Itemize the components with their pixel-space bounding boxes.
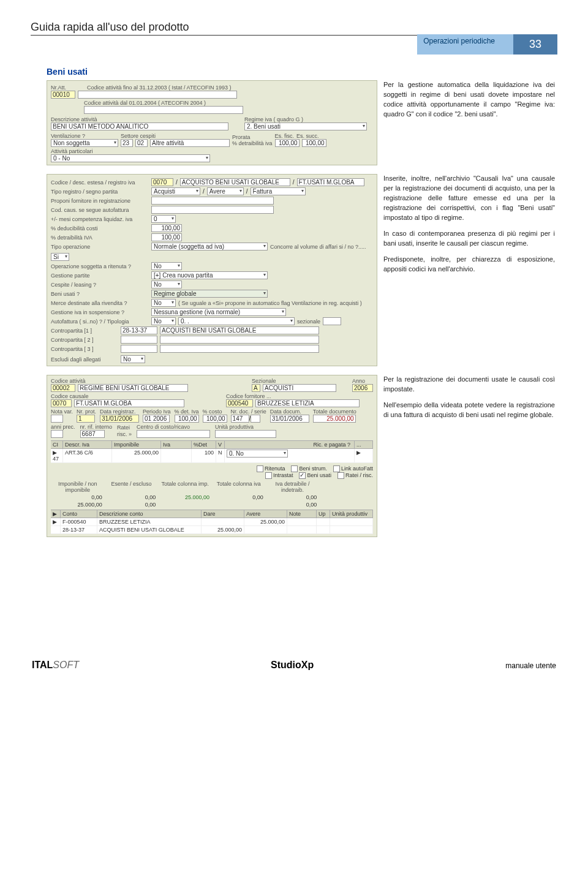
nota-value[interactable] [51, 415, 63, 423]
reg-codatt-code[interactable]: 00002 [51, 384, 75, 392]
deduc-value[interactable]: 100,00 [151, 224, 182, 232]
reg-codatt-desc[interactable]: REGIME BENI USATI GLOBALE [78, 384, 188, 392]
totdoc-value[interactable]: 25.000,00 [313, 415, 356, 423]
chk-intrastat[interactable] [265, 472, 272, 479]
concorre-select[interactable]: Si [51, 253, 69, 261]
reg-sez-desc[interactable]: ACQUISTI [263, 384, 336, 392]
tot-h5: Iva detraibile / indetraib. [266, 480, 320, 494]
conti-row-2[interactable]: 28-13-37 ACQUISTI BENI USATI GLOBALE 25.… [51, 526, 373, 534]
datadoc-lbl: Data docum. [270, 409, 309, 415]
tipo-op-select[interactable]: Normale (soggetta ad iva) [151, 243, 268, 250]
datareg-value[interactable]: 31/01/2006 [100, 415, 139, 423]
brand-bold: ITAL [32, 660, 53, 670]
ric-label: Ric. e pagata ? [225, 441, 355, 448]
panel-causale: Codice / desc. estesa / registro iva 007… [47, 174, 377, 366]
merce-select[interactable]: No [151, 299, 176, 307]
gest-part-select[interactable]: [+] Crea nuova partita [151, 271, 268, 279]
escludi-label: Escludi dagli allegati [51, 356, 118, 363]
detr-v1[interactable]: 100,00 [275, 139, 300, 147]
chk-beniusati[interactable] [299, 472, 306, 479]
sosp-select[interactable]: Nessuna gestione (iva normale) [151, 308, 286, 316]
causale-reg[interactable]: FT.USATI M.GLOBA [297, 178, 364, 186]
chk-ratei[interactable] [337, 472, 344, 479]
detiva-value[interactable]: 100,00 [151, 233, 182, 241]
reg-caus-desc[interactable]: FT.USATI M.GLOBA [74, 399, 184, 407]
proponi-value[interactable] [151, 197, 274, 205]
row-v: N [216, 449, 225, 462]
contro3-code[interactable] [121, 345, 157, 353]
contro3-label: Contropartita [ 3 ] [51, 346, 118, 352]
tot-h3: Totale colonna imp. [158, 480, 212, 494]
cr1-desc: BRUZZESE LETIZIA [97, 518, 202, 525]
nr-att-value[interactable]: 00010 [51, 91, 75, 99]
reg-sez-code[interactable]: A [252, 384, 260, 392]
unita-value[interactable] [215, 430, 276, 438]
merce-label: Merce destinate alla rivendita ? [51, 300, 149, 306]
ratei-lbl: Ratei [117, 424, 132, 431]
pcosto-value[interactable]: 100,00 [203, 415, 227, 423]
cod-att-1993-value[interactable] [78, 91, 237, 99]
reg-forn-code[interactable]: 000540 [226, 399, 253, 407]
nrdoc-value[interactable]: 147 [231, 415, 249, 423]
chk-linkauto[interactable] [333, 465, 340, 472]
contro1-desc[interactable]: ACQUISTI BENI USATI GLOBALE [160, 326, 319, 334]
pdetiva-value[interactable]: 100,00 [175, 415, 199, 423]
partita-select[interactable]: Fattura [251, 187, 306, 195]
chk-ritenuta[interactable] [257, 465, 263, 472]
riten-select[interactable]: No [151, 262, 182, 270]
escludi-select[interactable]: No [121, 355, 145, 363]
cod-caus-sf-value[interactable] [151, 206, 274, 214]
conti-row-1[interactable]: ▶ F-000540 BRUZZESE LETIZIA 25.000,00 [51, 518, 373, 526]
settore-code[interactable]: 23 [121, 139, 133, 147]
row-iva [161, 449, 192, 462]
iva-table-row[interactable]: ▶ 47 ART.36 C/6 25.000,00 100 N 0. No ▶ [51, 449, 373, 463]
gest-part-label: Gestione partite [51, 273, 149, 279]
sosp-label: Gestione iva in sospensione ? [51, 309, 149, 315]
contro1-code[interactable]: 28-13-37 [121, 326, 157, 334]
regime-select[interactable]: 2. Beni usati [244, 122, 367, 130]
cod-att-lbl: Codice attività [51, 378, 249, 384]
settore-desc[interactable]: Altre attività [150, 139, 230, 147]
nrrif-value[interactable]: 6687 [80, 430, 105, 438]
contro3-desc[interactable] [160, 345, 319, 353]
autofatt-select[interactable]: No [151, 317, 176, 325]
panel-attivita: Nr.Att. Codice attività fino al 31.12.20… [47, 80, 377, 165]
reg-anno-value[interactable]: 2006 [352, 384, 373, 392]
nrprot-value[interactable]: 1 [77, 415, 95, 423]
beniusati-select[interactable]: Regime globale [151, 290, 268, 298]
autofatt-label: Autofattura ( si..no) ? / Tipologia [51, 318, 149, 325]
mesi-select[interactable]: 0 [151, 215, 176, 223]
row-pdet: 100 [192, 449, 216, 462]
anni-value[interactable] [51, 430, 63, 438]
section-title: Beni usati [47, 67, 557, 77]
autofatt-tip-select[interactable]: 0. . [178, 317, 295, 325]
causale-code[interactable]: 0070 [151, 178, 173, 186]
cod-att-1993-label: Codice attività fino al 31.12.2003 ( Ist… [87, 85, 231, 91]
reg-forn-desc[interactable]: BRUZZESE LETIZIA [255, 399, 360, 407]
serie-value[interactable] [251, 415, 260, 423]
reg-caus-code[interactable]: 0070 [51, 399, 72, 407]
descr-value[interactable]: BENI USATI METODO ANALITICO [51, 122, 228, 130]
attpart-select[interactable]: 0 - No [51, 154, 210, 162]
datadoc-value[interactable]: 31/01/2006 [270, 415, 309, 423]
periodo-value[interactable]: 01 2006 [143, 415, 170, 423]
sezionale-value[interactable] [323, 317, 341, 325]
cod-att-2004-value[interactable] [84, 106, 243, 114]
settore-sub[interactable]: 02 [135, 139, 148, 147]
risc-lbl[interactable]: risc. » [117, 431, 132, 437]
detr-v2[interactable]: 100,00 [302, 139, 326, 147]
vent-select[interactable]: Non soggetta [51, 139, 118, 147]
tot-r2c4 [212, 501, 266, 508]
contro2-desc[interactable] [160, 336, 319, 344]
ric-select[interactable]: 0. No [227, 450, 288, 458]
pcosto-lbl: % costo [203, 409, 227, 415]
contro2-code[interactable] [121, 336, 157, 344]
chk-benistrum[interactable] [291, 465, 298, 472]
causale-desc[interactable]: ACQUISTO BENI USATI GLOBALE [180, 178, 290, 186]
centro-value[interactable] [137, 430, 210, 438]
cr1-avere: 25.000,00 [244, 518, 287, 525]
cespite-select[interactable]: No [151, 281, 182, 288]
tiporeg-select[interactable]: Acquisti [151, 187, 200, 195]
segno-select[interactable]: Avere [207, 187, 244, 195]
header-tabs: Operazioni periodiche 33 [31, 34, 557, 55]
